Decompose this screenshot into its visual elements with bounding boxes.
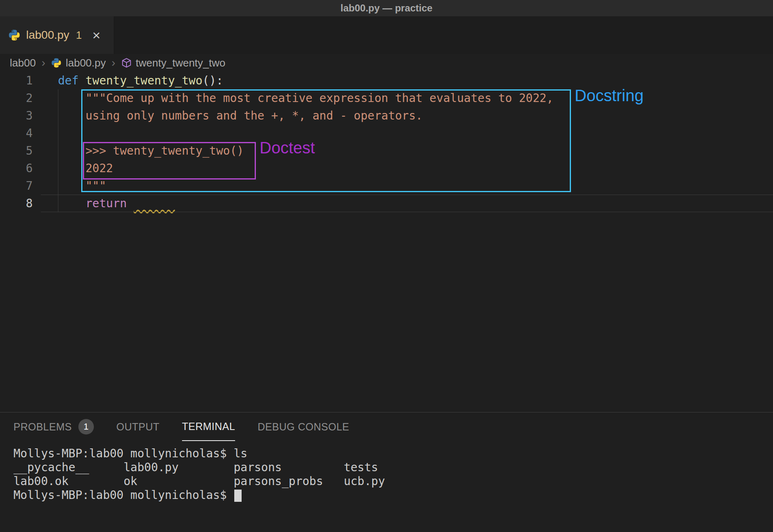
code-content: """Come up with the most creative expres… xyxy=(33,89,553,107)
code-content: def twenty_twenty_two(): xyxy=(33,72,223,89)
tab-problems-count: 1 xyxy=(76,29,82,42)
code-line: 2 """Come up with the most creative expr… xyxy=(0,89,773,107)
terminal[interactable]: Mollys-MBP:lab00 mollynicholas$ ls __pyc… xyxy=(0,441,773,502)
chevron-right-icon: › xyxy=(111,56,116,69)
keyword-return: return xyxy=(58,197,133,210)
code-line: 1 def twenty_twenty_two(): xyxy=(0,72,773,89)
line-number: 8 xyxy=(0,195,33,212)
tab-lab00-py[interactable]: lab00.py 1 × xyxy=(0,16,114,54)
code-content xyxy=(33,124,58,142)
doctest-expected-output: 2022 xyxy=(58,162,113,175)
tab-problems[interactable]: PROBLEMS 1 xyxy=(13,412,94,441)
tab-debug-console[interactable]: DEBUG CONSOLE xyxy=(258,412,349,441)
code-line-current: 8 return ______ xyxy=(0,195,773,212)
docstring-text: """Come up with the most creative expres… xyxy=(58,91,553,105)
code-line: 4 xyxy=(0,124,773,142)
vscode-window: { "window": { "title": "lab00.py — pract… xyxy=(0,0,773,532)
problems-count-badge: 1 xyxy=(78,419,94,434)
docstring-close: """ xyxy=(58,179,106,193)
line-number: 7 xyxy=(0,177,33,195)
symbol-cube-icon xyxy=(121,58,132,68)
code-editor[interactable]: 1 def twenty_twenty_two(): 2 """Come up … xyxy=(0,72,773,412)
code-content: 2022 xyxy=(33,160,113,177)
tab-terminal[interactable]: TERMINAL xyxy=(182,412,235,441)
breadcrumb: lab00 › lab00.py › twenty_twenty_two xyxy=(0,54,773,72)
line-number: 5 xyxy=(0,142,33,160)
panel-tab-bar: PROBLEMS 1 OUTPUT TERMINAL DEBUG CONSOLE xyxy=(0,412,773,441)
breadcrumb-folder-label: lab00 xyxy=(10,57,36,69)
code-line: 7 """ xyxy=(0,177,773,195)
tab-output[interactable]: OUTPUT xyxy=(116,412,160,441)
doctest-prompt: >>> twenty_twenty_two() xyxy=(58,144,244,157)
tab-filename: lab00.py xyxy=(26,29,69,42)
tab-output-label: OUTPUT xyxy=(116,421,160,433)
titlebar: lab00.py — practice xyxy=(0,0,773,16)
docstring-text: using only numbers and the +, *, and - o… xyxy=(58,109,422,122)
editor-tab-bar: lab00.py 1 × xyxy=(0,16,773,54)
terminal-line: lab00.ok ok parsons_probs ucb.py xyxy=(13,474,773,488)
python-icon xyxy=(51,58,62,68)
fill-in-blank-squiggle: ______ xyxy=(133,197,175,210)
code-content: using only numbers and the +, *, and - o… xyxy=(33,107,422,124)
breadcrumb-item-folder[interactable]: lab00 xyxy=(10,57,36,69)
python-icon xyxy=(8,29,20,41)
tab-debug-console-label: DEBUG CONSOLE xyxy=(258,421,349,433)
code-content: return ______ xyxy=(33,195,175,212)
terminal-prompt: Mollys-MBP:lab00 mollynicholas$ xyxy=(13,488,233,502)
close-icon[interactable]: × xyxy=(92,28,100,42)
line-number: 1 xyxy=(0,72,33,89)
breadcrumb-item-symbol[interactable]: twenty_twenty_two xyxy=(121,57,226,69)
code-content: >>> twenty_twenty_two() xyxy=(33,142,244,160)
code-line: 6 2022 xyxy=(0,160,773,177)
keyword-def: def xyxy=(58,74,85,87)
breadcrumb-file-label: lab00.py xyxy=(66,57,106,69)
terminal-line: Mollys-MBP:lab00 mollynicholas$ ls xyxy=(13,447,773,461)
line-number: 4 xyxy=(0,124,33,142)
terminal-prompt-line: Mollys-MBP:lab00 mollynicholas$ xyxy=(13,488,773,502)
code-line: 3 using only numbers and the +, *, and -… xyxy=(0,107,773,124)
breadcrumb-symbol-label: twenty_twenty_two xyxy=(136,57,226,69)
terminal-line: __pycache__ lab00.py parsons tests xyxy=(13,461,773,474)
line-number: 3 xyxy=(0,107,33,124)
tab-terminal-label: TERMINAL xyxy=(182,421,235,432)
punctuation: (): xyxy=(202,74,223,87)
breadcrumb-item-file[interactable]: lab00.py xyxy=(51,57,106,69)
function-name: twenty_twenty_two xyxy=(85,74,202,87)
bottom-panel: PROBLEMS 1 OUTPUT TERMINAL DEBUG CONSOLE… xyxy=(0,412,773,532)
code-line: 5 >>> twenty_twenty_two() xyxy=(0,142,773,160)
window-title: lab00.py — practice xyxy=(340,2,432,14)
chevron-right-icon: › xyxy=(41,56,46,69)
line-number: 2 xyxy=(0,89,33,107)
tab-problems-label: PROBLEMS xyxy=(13,421,72,433)
code-content: """ xyxy=(33,177,106,195)
terminal-cursor xyxy=(234,490,242,502)
line-number: 6 xyxy=(0,160,33,177)
